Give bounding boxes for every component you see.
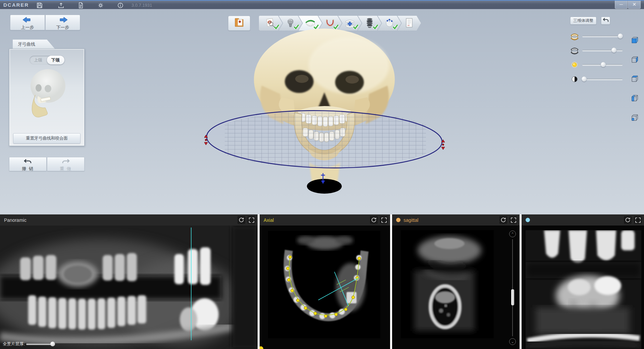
lower-teeth-slider-thumb[interactable] <box>611 48 616 53</box>
scroll-track[interactable] <box>512 239 513 336</box>
redo-label: 重 做 <box>47 166 84 172</box>
slab-thickness-control: 全景片层厚: <box>3 341 55 347</box>
cross-section-reset-icon[interactable] <box>624 216 632 224</box>
viewport-panels: Panoramic <box>0 214 644 349</box>
axial-fullscreen-icon[interactable] <box>380 216 388 224</box>
sagittal-fullscreen-icon[interactable] <box>509 216 517 224</box>
scroll-up-icon[interactable]: ⌃ <box>509 231 516 237</box>
settings-gear-icon[interactable] <box>97 2 104 9</box>
arrow-left-icon <box>22 18 33 24</box>
brightness-slider <box>570 61 624 69</box>
cross-section-image[interactable] <box>522 226 644 349</box>
application-window: DCARER 3.0.7.1931 ─ ✕ 上一步 <box>0 0 644 349</box>
axial-title: Axial <box>264 217 274 223</box>
arch-curve-panel: 上颌 下颌 重置牙弓曲线和咬合面 <box>9 49 85 146</box>
view-reset-button[interactable] <box>601 17 610 24</box>
previous-step-button[interactable]: 上一步 <box>10 15 45 30</box>
upper-teeth-visibility-slider <box>570 32 624 40</box>
axial-slider-thumb[interactable] <box>260 346 263 349</box>
redo-icon <box>62 160 70 165</box>
arch-curve-tab[interactable]: 牙弓曲线 <box>13 40 55 49</box>
view-front-cube-icon[interactable] <box>631 36 639 44</box>
volume-3d-viewport[interactable] <box>161 29 490 210</box>
undo-label: 撤 销 <box>9 166 46 172</box>
slab-thickness-label: 全景片层厚: <box>3 341 25 347</box>
brightness-sun-icon <box>570 61 579 69</box>
close-button[interactable]: ✕ <box>628 1 641 9</box>
contrast-icon <box>570 75 579 83</box>
lower-denture-icon <box>570 46 579 54</box>
slab-thickness-track[interactable] <box>26 343 55 345</box>
version-label: 3.0.7.1931 <box>131 3 152 8</box>
cross-section-fullscreen-icon[interactable] <box>634 216 642 224</box>
sagittal-color-dot <box>396 218 400 222</box>
volume-adjust-button[interactable]: 三维体调整 <box>570 17 596 24</box>
skull-preview-image <box>25 66 69 130</box>
titlebar: DCARER 3.0.7.1931 ─ ✕ <box>0 0 644 9</box>
upper-teeth-slider-track[interactable] <box>582 36 623 37</box>
scroll-thumb[interactable] <box>511 289 514 305</box>
jaw-upper-option[interactable]: 上颌 <box>30 56 47 64</box>
lower-teeth-visibility-slider <box>570 46 624 54</box>
axial-panel: Axial <box>260 214 390 349</box>
undo-button[interactable]: 撤 销 <box>9 157 47 171</box>
axial-image[interactable] <box>260 226 390 349</box>
axial-header: Axial <box>260 214 390 226</box>
panoramic-image[interactable]: 全景片层厚: <box>0 226 258 349</box>
upper-teeth-slider-thumb[interactable] <box>618 34 623 39</box>
info-icon[interactable] <box>117 2 124 9</box>
contrast-slider-track[interactable] <box>582 79 623 80</box>
scroll-down-icon[interactable]: ⌄ <box>509 338 516 345</box>
view-left-cube-icon[interactable] <box>631 94 639 102</box>
next-step-label: 下一步 <box>46 24 80 31</box>
axial-reset-icon[interactable] <box>370 216 378 224</box>
save-icon[interactable] <box>36 2 43 9</box>
occlusal-plane-ellipse <box>206 108 443 170</box>
undo-arrow-icon <box>603 18 609 24</box>
previous-step-label: 上一步 <box>10 24 45 31</box>
view-top-cube-icon[interactable] <box>631 74 639 83</box>
patient-folder-icon <box>233 17 245 30</box>
cross-section-panel <box>522 214 644 349</box>
sagittal-image[interactable]: ⌃ ⌄ <box>392 226 520 349</box>
app-logo: DCARER <box>3 2 29 8</box>
upper-denture-icon <box>570 32 579 40</box>
sagittal-reset-icon[interactable] <box>499 216 507 224</box>
sagittal-header: sagittal <box>392 214 520 226</box>
panoramic-fullscreen-icon[interactable] <box>248 216 255 224</box>
lower-teeth-slider-track[interactable] <box>582 50 623 51</box>
slab-thickness-thumb[interactable] <box>50 342 55 346</box>
sagittal-panel: sagittal <box>392 214 520 349</box>
arrow-right-icon <box>57 18 68 24</box>
panoramic-title: Panoramic <box>4 217 26 223</box>
document-icon[interactable] <box>77 2 84 9</box>
minimize-button[interactable]: ─ <box>615 1 628 9</box>
panoramic-reset-icon[interactable] <box>237 216 245 224</box>
brightness-slider-track[interactable] <box>582 64 623 65</box>
sagittal-scrollbar: ⌃ ⌄ <box>509 231 516 345</box>
cross-section-color-dot <box>526 218 530 222</box>
reset-arch-button[interactable]: 重置牙弓曲线和咬合面 <box>13 133 80 144</box>
jaw-lower-option[interactable]: 下颌 <box>47 56 64 64</box>
next-step-button[interactable]: 下一步 <box>45 15 80 30</box>
panoramic-panel: Panoramic <box>0 214 258 349</box>
view-right-cube-icon[interactable] <box>631 55 639 64</box>
brightness-slider-thumb[interactable] <box>601 62 606 67</box>
contrast-slider <box>570 75 624 83</box>
sagittal-title: sagittal <box>404 217 418 223</box>
export-icon[interactable] <box>58 2 64 9</box>
redo-button[interactable]: 重 做 <box>47 157 85 171</box>
cross-section-header <box>522 214 644 226</box>
undo-icon <box>24 160 32 165</box>
panoramic-header: Panoramic <box>0 214 258 226</box>
contrast-slider-thumb[interactable] <box>582 77 587 82</box>
view-bottom-cube-icon[interactable] <box>631 113 639 122</box>
jaw-toggle: 上颌 下颌 <box>30 56 64 64</box>
